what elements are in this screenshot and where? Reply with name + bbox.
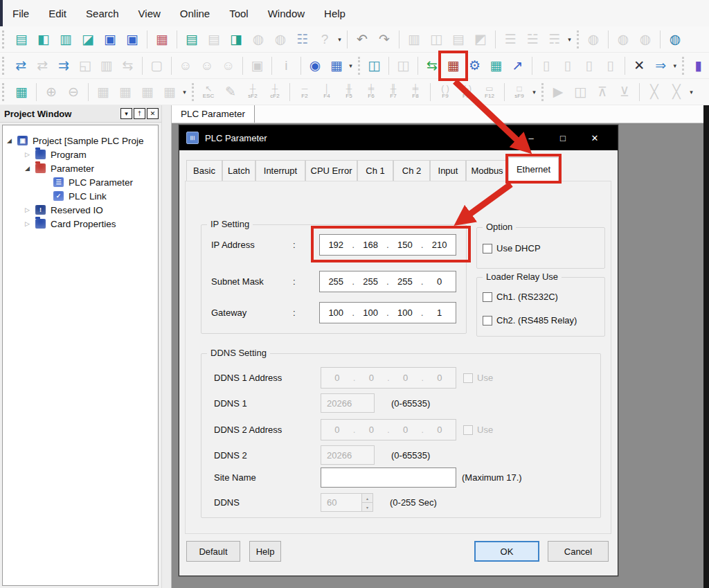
minimize-button[interactable]: – <box>515 125 547 150</box>
tab-basic[interactable]: Basic <box>186 160 222 181</box>
f8-pulse-contact-icon[interactable]: ╪F8 <box>405 80 426 104</box>
ch1-rs232c-checkbox[interactable] <box>483 292 492 302</box>
tree-expander-icon[interactable]: ▷ <box>25 206 35 213</box>
f10-coil-icon[interactable]: (-)F10 <box>457 80 478 104</box>
tab-latch[interactable]: Latch <box>222 160 255 181</box>
quick-connect-icon-dropdown-icon[interactable]: ▾ <box>672 62 679 69</box>
web-server-icon[interactable]: ◉ <box>305 54 325 78</box>
find-replace-icon[interactable]: ☴ <box>544 28 565 51</box>
sf2-line-icon[interactable]: ┼sF2 <box>242 80 263 104</box>
find-replace-icon-dropdown-icon[interactable]: ▾ <box>566 36 573 43</box>
cut-icon[interactable]: ▥ <box>404 28 424 51</box>
default-button[interactable]: Default <box>186 541 240 562</box>
debug-stop-icon[interactable]: ☺ <box>218 54 238 78</box>
help-icon-dropdown-icon[interactable]: ▾ <box>336 36 343 43</box>
dialog-titlebar[interactable]: ≡ PLC Parameter –□✕ <box>179 125 618 150</box>
ddns1-use-checkbox[interactable] <box>463 373 473 383</box>
bookmark-icon[interactable]: ▯ <box>537 54 557 78</box>
delete-item-icon[interactable]: ▤ <box>204 28 224 51</box>
tab-input[interactable]: Input <box>430 160 466 181</box>
system-monitor-icon[interactable]: ▦ <box>327 54 347 78</box>
f7-pulse-contact-icon[interactable]: ╫F7 <box>383 80 404 104</box>
bookmark-all-icon[interactable]: ▯ <box>557 54 577 78</box>
download-icon[interactable]: ◍ <box>635 28 656 51</box>
menu-item-online[interactable]: Online <box>180 8 210 19</box>
export-icon[interactable]: ◍ <box>248 28 269 51</box>
tab-ethernet[interactable]: Ethernet <box>508 157 559 181</box>
quick-connect-icon[interactable]: ⇒ <box>651 54 671 78</box>
help-icon[interactable]: ? <box>314 28 335 51</box>
special-module-monitor-icon[interactable]: ◫ <box>364 54 384 78</box>
sf9-branch-icon[interactable]: □sF9 <box>509 80 530 104</box>
disable-coil-icon-dropdown-icon[interactable]: ▾ <box>688 89 695 96</box>
save-all-icon[interactable]: ▣ <box>122 28 143 51</box>
disconnect-icon[interactable]: ⇄ <box>33 54 53 78</box>
view-vc-icon-dropdown-icon[interactable]: ▾ <box>181 89 188 96</box>
ddns2-address-input[interactable]: 0.0.0.0 <box>321 419 456 440</box>
view-ir-icon[interactable]: ▦ <box>93 80 114 104</box>
stepper-up-icon[interactable]: ▴ <box>362 494 373 503</box>
password-lock-icon[interactable]: ▣ <box>247 54 267 78</box>
ddns1-port-input[interactable]: 20266 <box>321 393 375 413</box>
menu-item-view[interactable]: View <box>138 8 161 19</box>
plc-info-icon[interactable]: i <box>276 54 296 78</box>
tree-item-plc-link[interactable]: ✓PLC Link <box>3 189 158 203</box>
debug-run-icon[interactable]: ☺ <box>176 54 196 78</box>
menu-item-edit[interactable]: Edit <box>48 8 66 19</box>
connect-icon[interactable]: ⇄ <box>11 54 31 78</box>
save-icon[interactable]: ▣ <box>100 28 120 51</box>
view-comments-icon[interactable]: ▦ <box>137 80 158 104</box>
special-module-parameter-icon[interactable]: ▦ <box>443 54 463 78</box>
print-icon[interactable]: ☷ <box>292 28 313 51</box>
gateway-input[interactable]: 100.100.100.1 <box>319 302 456 323</box>
panel-pin-icon[interactable]: † <box>134 108 145 119</box>
ip-address-input[interactable]: 192.168.150.210 <box>319 234 456 256</box>
f6-closed-contact-icon[interactable]: ╪F6 <box>361 80 382 104</box>
tab-cpu-error[interactable]: CPU Error <box>305 160 357 181</box>
f12-block-icon[interactable]: ▭F12 <box>479 80 500 104</box>
select-cursor-icon[interactable]: ↖ESC <box>198 80 219 104</box>
upload-icon[interactable]: ◍ <box>613 28 634 51</box>
module-partial-icon[interactable]: ▮ <box>688 54 708 78</box>
network-sync-icon[interactable]: ⇆ <box>422 54 442 78</box>
paste-icon[interactable]: ▤ <box>448 28 469 51</box>
subnet-mask-input[interactable]: 255.255.255.0 <box>319 271 456 292</box>
insert-line-icon[interactable]: ☰ <box>500 28 521 51</box>
tab-interrupt[interactable]: Interrupt <box>255 160 305 181</box>
tab-ch-2[interactable]: Ch 2 <box>393 160 430 181</box>
ddns2-port-input[interactable]: 20266 <box>321 445 375 465</box>
connect-run-icon[interactable]: ⇉ <box>54 54 74 78</box>
panel-menu-icon[interactable]: ▾ <box>120 108 132 119</box>
view-vc-icon[interactable]: ▦ <box>159 80 180 104</box>
system-monitor-icon-dropdown-icon[interactable]: ▾ <box>347 62 354 69</box>
add-item-icon[interactable]: ▤ <box>181 28 202 51</box>
write-plc-icon[interactable]: ◱ <box>75 54 95 78</box>
ld-editor-icon[interactable]: ▦ <box>11 80 32 104</box>
ddns-interval-stepper[interactable]: 60 ▴ ▾ <box>321 493 373 512</box>
bookmark-set-icon[interactable]: ▯ <box>579 54 599 78</box>
import-icon[interactable]: ◍ <box>270 28 291 51</box>
trend-chart-icon[interactable]: ↗ <box>508 54 528 78</box>
sf9-branch-icon-dropdown-icon[interactable]: ▾ <box>530 89 538 96</box>
settings-icon[interactable]: ⚙ <box>465 54 485 78</box>
tree-item-program[interactable]: ▷Program <box>3 148 158 161</box>
zoom-in-icon[interactable]: ⊕ <box>41 80 62 104</box>
ddns2-use-checkbox[interactable] <box>463 425 473 435</box>
build-all-icon[interactable]: ⊻ <box>614 80 635 104</box>
menu-item-window[interactable]: Window <box>268 8 305 19</box>
new-project-icon[interactable]: ▤ <box>11 28 32 51</box>
panel-splitter[interactable] <box>161 105 172 588</box>
clear-plc-icon[interactable]: ▥ <box>96 54 116 78</box>
menu-item-tool[interactable]: Tool <box>229 8 249 19</box>
calculator-icon[interactable]: ▦ <box>486 54 506 78</box>
ok-button[interactable]: OK <box>474 541 539 562</box>
tree-expander-icon[interactable]: ◢ <box>25 165 35 172</box>
menu-item-search[interactable]: Search <box>86 8 119 19</box>
build-icon[interactable]: ⊼ <box>592 80 613 104</box>
site-name-input[interactable] <box>321 467 456 488</box>
debug-step-icon[interactable]: ☺ <box>197 54 217 78</box>
open-project-icon[interactable]: ◧ <box>33 28 54 51</box>
tab-modbus[interactable]: Modbus <box>466 160 508 181</box>
cf2-line-icon[interactable]: ┼cF2 <box>264 80 285 104</box>
f9-coil-icon[interactable]: ( )F9 <box>435 80 456 104</box>
